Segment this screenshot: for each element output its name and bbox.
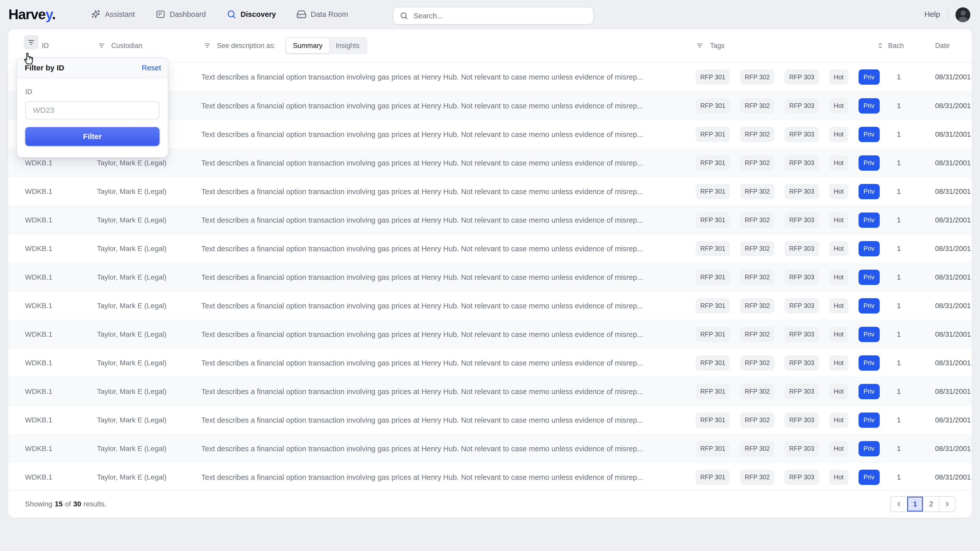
table-row[interactable]: WDKB.1Taylor, Mark E (Legal)Text describ… xyxy=(8,263,972,291)
tag-badge-rfp-301: RFP 301 xyxy=(696,384,730,399)
table-row[interactable]: WDKB.1Taylor, Mark E (Legal)Text describ… xyxy=(8,177,972,206)
row-description-cell: Text describes a financial option transa… xyxy=(201,130,643,138)
tag-badge-priv: Priv xyxy=(859,298,880,313)
row-date-cell: 08/31/2001 xyxy=(935,187,971,196)
tag-badge-rfp-301: RFP 301 xyxy=(696,213,730,228)
pager-chevron-right-button[interactable] xyxy=(939,497,955,511)
table-row[interactable]: WDKB.1Taylor, Mark E (Legal)Text describ… xyxy=(8,463,972,491)
tag-badge-priv: Priv xyxy=(859,413,880,428)
row-description-cell: Text describes a financial option transa… xyxy=(201,359,643,367)
table-row[interactable]: WDKB.1Taylor, Mark E (Legal)Text describ… xyxy=(8,348,972,377)
row-custodian-cell: Taylor, Mark E (Legal) xyxy=(97,445,166,453)
row-id-cell: WDKB.1 xyxy=(25,330,52,338)
results-summary-prefix: Showing xyxy=(25,500,52,508)
row-date-cell: 08/31/2001 xyxy=(935,216,971,224)
table-row[interactable]: WDKB.1Taylor, Mark E (Legal)Text describ… xyxy=(8,406,972,434)
column-header-batch: Bach xyxy=(888,42,904,50)
tag-badge-rfp-302: RFP 302 xyxy=(740,270,774,285)
filter-id-input[interactable] xyxy=(25,101,159,119)
tag-badge-hot: Hot xyxy=(829,156,848,171)
tag-badge-hot: Hot xyxy=(829,241,848,256)
row-batch-cell: 1 xyxy=(881,330,917,338)
row-batch-cell: 1 xyxy=(881,473,917,481)
row-batch-cell: 1 xyxy=(881,130,917,138)
nav-item-dashboard[interactable]: Dashboard xyxy=(156,9,206,19)
chevrons-up-down-icon xyxy=(877,42,883,49)
tag-badge-rfp-301: RFP 301 xyxy=(696,270,730,285)
help-link[interactable]: Help xyxy=(924,10,940,19)
row-custodian-cell: Taylor, Mark E (Legal) xyxy=(97,302,166,310)
pager-chevron-left-button[interactable] xyxy=(891,497,907,511)
row-batch-cell: 1 xyxy=(881,273,917,281)
custodian-filter-button[interactable] xyxy=(98,42,105,49)
table-row[interactable]: WDKB.1Taylor, Mark E (Legal)Text describ… xyxy=(8,320,972,348)
pager-page-2[interactable]: 2 xyxy=(923,497,939,511)
row-id-cell: WDKB.1 xyxy=(25,359,52,367)
tag-badge-rfp-302: RFP 302 xyxy=(740,384,774,399)
tag-badge-rfp-302: RFP 302 xyxy=(740,127,774,142)
nav-item-discovery[interactable]: Discovery xyxy=(226,9,276,19)
tags-filter-button[interactable] xyxy=(696,42,703,49)
row-tags-cell: RFP 301RFP 302RFP 303HotPriv xyxy=(696,156,880,171)
nav-item-assistant[interactable]: Assistant xyxy=(91,9,135,19)
row-batch-cell: 1 xyxy=(881,445,917,453)
table-row[interactable]: WDKB.1Taylor, Mark E (Legal)Text describ… xyxy=(8,377,972,406)
global-search[interactable] xyxy=(393,7,593,25)
tag-badge-priv: Priv xyxy=(859,213,880,228)
tag-badge-rfp-302: RFP 302 xyxy=(740,355,774,371)
row-description-cell: Text describes a financial option transa… xyxy=(201,387,643,395)
segment-insights[interactable]: Insights xyxy=(329,38,366,53)
row-tags-cell: RFP 301RFP 302RFP 303HotPriv xyxy=(696,441,880,456)
row-batch-cell: 1 xyxy=(881,359,917,367)
row-tags-cell: RFP 301RFP 302RFP 303HotPriv xyxy=(696,384,880,399)
tag-badge-rfp-303: RFP 303 xyxy=(784,413,819,428)
user-avatar[interactable] xyxy=(956,7,970,22)
filter-reset-button[interactable]: Reset xyxy=(142,64,161,72)
nav-item-label: Dashboard xyxy=(170,10,206,19)
tag-badge-hot: Hot xyxy=(829,184,848,199)
batch-sort-button[interactable] xyxy=(877,42,883,49)
description-mode-toggle: Summary Insights xyxy=(285,37,368,54)
row-id-cell: WDKB.1 xyxy=(25,416,52,424)
chevron-right-icon xyxy=(943,500,951,508)
tag-badge-rfp-301: RFP 301 xyxy=(696,156,730,171)
row-custodian-cell: Taylor, Mark E (Legal) xyxy=(97,387,166,395)
logo-text: Harve xyxy=(8,6,45,22)
row-batch-cell: 1 xyxy=(881,387,917,395)
tag-badge-rfp-301: RFP 301 xyxy=(696,127,730,142)
hard-drive-icon xyxy=(296,9,307,19)
logo-period: . xyxy=(52,6,56,22)
row-date-cell: 08/31/2001 xyxy=(935,73,971,81)
pager-page-1[interactable]: 1 xyxy=(907,497,923,511)
row-tags-cell: RFP 301RFP 302RFP 303HotPriv xyxy=(696,184,880,199)
row-description-cell: Text describes a financial option transa… xyxy=(201,216,643,224)
description-filter-button[interactable] xyxy=(204,42,211,49)
nav-item-data-room[interactable]: Data Room xyxy=(296,9,348,19)
search-icon xyxy=(400,11,408,20)
logo-accent: y xyxy=(45,6,52,22)
row-description-cell: Text describes a financial option transa… xyxy=(201,473,643,481)
tag-badge-rfp-301: RFP 301 xyxy=(696,241,730,256)
row-tags-cell: RFP 301RFP 302RFP 303HotPriv xyxy=(696,413,880,428)
table-row[interactable]: WDKB.1Taylor, Mark E (Legal)Text describ… xyxy=(8,234,972,263)
tag-badge-hot: Hot xyxy=(829,127,848,142)
row-id-cell: WDKB.1 xyxy=(25,187,52,196)
filter-apply-button[interactable]: Filter xyxy=(25,127,159,146)
segment-summary[interactable]: Summary xyxy=(286,38,329,53)
tag-badge-rfp-303: RFP 303 xyxy=(784,127,819,142)
row-tags-cell: RFP 301RFP 302RFP 303HotPriv xyxy=(696,270,880,285)
search-input[interactable] xyxy=(413,11,587,21)
row-batch-cell: 1 xyxy=(881,416,917,424)
tag-badge-priv: Priv xyxy=(859,241,880,256)
row-description-cell: Text describes a financial option transa… xyxy=(201,330,643,338)
tag-badge-hot: Hot xyxy=(829,327,848,342)
table-row[interactable]: WDKB.1Taylor, Mark E (Legal)Text describ… xyxy=(8,434,972,463)
brand-logo[interactable]: Harvey. xyxy=(8,6,56,22)
column-header-id: ID xyxy=(42,42,49,50)
table-row[interactable]: WDKB.1Taylor, Mark E (Legal)Text describ… xyxy=(8,291,972,320)
id-filter-button[interactable] xyxy=(24,35,38,49)
filter-popup-title: Filter by ID xyxy=(25,64,64,72)
tag-badge-hot: Hot xyxy=(829,98,848,114)
tag-badge-rfp-303: RFP 303 xyxy=(784,69,819,85)
table-row[interactable]: WDKB.1Taylor, Mark E (Legal)Text describ… xyxy=(8,206,972,234)
